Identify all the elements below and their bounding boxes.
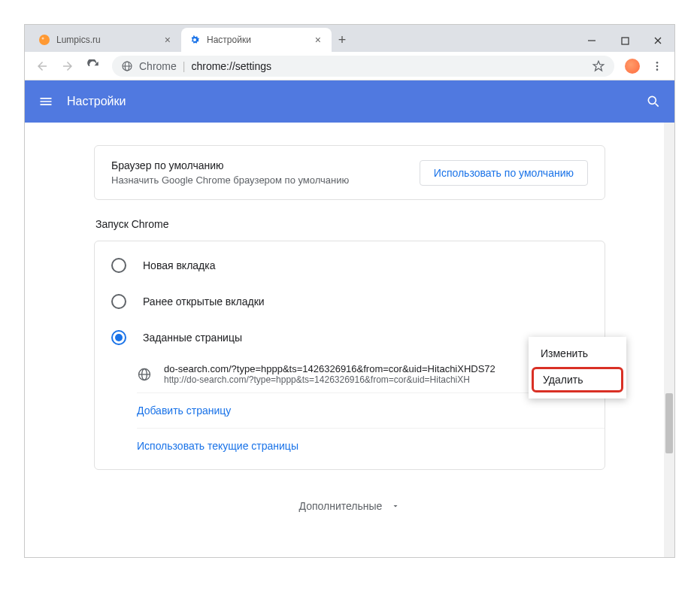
radio-icon-selected [111,330,126,345]
titlebar: Lumpics.ru × Настройки × + [25,25,674,52]
default-browser-card: Браузер по умолчанию Назначить Google Ch… [94,145,605,200]
svg-rect-3 [622,38,629,44]
settings-title: Настройки [67,95,126,108]
tab-lumpics[interactable]: Lumpics.ru × [31,28,181,52]
bookmark-star-icon[interactable] [592,59,605,73]
svg-point-10 [656,65,659,67]
context-menu-edit[interactable]: Изменить [529,341,626,365]
close-tab-icon[interactable]: × [162,34,174,46]
tab-settings[interactable]: Настройки × [181,28,332,52]
extension-icon[interactable] [625,59,640,74]
close-window-button[interactable] [641,29,674,52]
startup-option-newtab[interactable]: Новая вкладка [95,247,605,283]
search-icon[interactable] [646,94,661,109]
omnibox[interactable]: Chrome | chrome://settings [112,56,614,77]
tab-title: Lumpics.ru [56,35,162,45]
use-current-row: Использовать текущие страницы [137,429,605,463]
favicon-settings [189,34,201,46]
advanced-toggle[interactable]: Дополнительные [25,500,674,512]
tab-strip: Lumpics.ru × Настройки × + [25,25,575,52]
scrollbar[interactable] [664,123,674,557]
url-path: chrome://settings [191,60,271,72]
favicon-lumpics [38,34,50,46]
new-tab-button[interactable]: + [332,29,353,50]
browser-window: Lumpics.ru × Настройки × + Chrome | [24,24,675,558]
svg-point-0 [39,35,50,45]
minimize-button[interactable] [575,29,608,52]
svg-point-11 [656,68,659,71]
page-title: do-search.com/?type=hppp&ts=1426326916&f… [164,363,588,374]
svg-line-13 [656,104,659,107]
use-current-link[interactable]: Использовать текущие страницы [137,440,298,452]
startup-option-continue[interactable]: Ранее открытые вкладки [95,283,605,320]
window-buttons [575,29,674,52]
hamburger-icon[interactable] [38,94,53,109]
site-info-icon[interactable] [121,60,133,72]
radio-icon [111,294,126,309]
chevron-down-icon [391,502,400,511]
context-menu-delete[interactable]: Удалить [532,367,623,392]
default-browser-subtitle: Назначить Google Chrome браузером по умо… [111,174,420,186]
back-button[interactable] [31,55,53,77]
svg-point-12 [648,96,656,104]
url-scheme: Chrome [139,60,177,72]
startup-section-title: Запуск Chrome [94,218,605,230]
tab-title: Настройки [207,35,312,45]
settings-header: Настройки [25,80,674,123]
maximize-button[interactable] [608,29,641,52]
globe-icon [137,367,152,382]
radio-icon [111,258,126,273]
context-menu: Изменить Удалить [529,337,626,398]
scrollbar-thumb[interactable] [665,393,673,453]
set-default-button[interactable]: Использовать по умолчанию [420,160,588,186]
svg-point-1 [42,38,44,40]
page-url: http://do-search.com/?type=hppp&ts=14263… [164,374,588,385]
default-browser-title: Браузер по умолчанию [111,159,420,171]
chrome-menu-button[interactable] [646,55,668,77]
reload-button[interactable] [82,55,105,77]
address-bar: Chrome | chrome://settings [25,52,674,80]
svg-point-9 [656,62,659,64]
add-page-row: Добавить страницу [137,393,605,429]
close-tab-icon[interactable]: × [312,34,324,46]
forward-button[interactable] [56,55,79,77]
add-page-link[interactable]: Добавить страницу [137,405,231,417]
